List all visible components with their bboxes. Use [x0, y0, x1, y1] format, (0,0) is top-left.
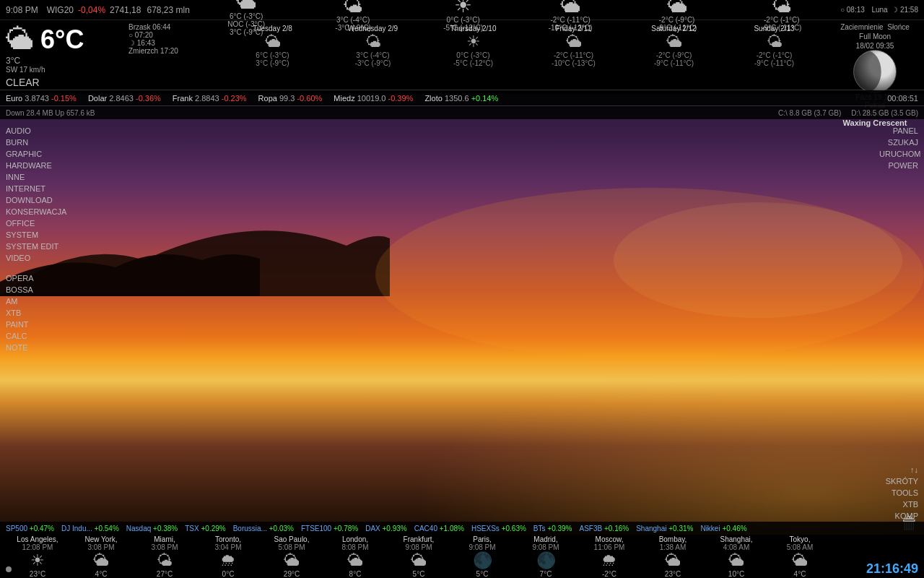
ticker-row: Euro 3.8743 -0.15%Dolar 2.8463 -0.36%Fra… — [0, 90, 924, 106]
zmierzch: Zmierzch 17:20 — [128, 47, 222, 55]
time-display: 9:08 PM — [6, 5, 38, 15]
right-menu-item[interactable]: URUCHOM — [873, 148, 924, 160]
city-weather-item: Miami, 3:08 PM 🌤 27°C — [133, 535, 196, 578]
right-menu-bottom-item[interactable]: XTB — [873, 499, 924, 510]
ticker-item: Euro 3.8743 -0.15% — [6, 94, 77, 103]
city-weather-item: London, 8:08 PM 🌥 8°C — [323, 535, 387, 578]
feels-like: 3°C — [6, 56, 121, 66]
bottom-stock-item: HSEXSs +0.63% — [471, 525, 526, 532]
ticker-item: Dolar 2.8463 -0.36% — [88, 94, 161, 103]
forecast-detail: Saturday 2/12 🌥 -2°C (-9°C) -9°C (-11°C) — [649, 25, 699, 67]
left-menu-item[interactable]: KONSERWACJA — [0, 206, 72, 217]
bottom-stock-item: FTSE100 +0.78% — [301, 525, 358, 532]
sun-set: 16:43 — [137, 39, 155, 47]
bottom-stock-item: DAX +0.93% — [365, 525, 407, 532]
right-menu-bottom-item[interactable]: TOOLS — [873, 487, 924, 499]
current-temp: 6°C — [40, 27, 84, 53]
left-menu-group1: AUDIOBURNGRAPHICHARDWAREINNEINTERNETDOWN… — [0, 125, 72, 264]
left-menu-item[interactable]: AM — [0, 296, 72, 307]
left-menu-item[interactable]: AUDIO — [0, 125, 72, 137]
current-weather: 🌥 6°C 3°C SW 17 km/h CLEAR — [6, 23, 121, 88]
left-menu-item[interactable]: INTERNET — [0, 183, 72, 194]
moon-graphic — [853, 50, 897, 93]
ticker-item: Zloto 1350.6 +0.14% — [424, 94, 498, 103]
right-menu-bottom-item[interactable]: ↑↓ — [873, 464, 924, 475]
bottom-stock-item: BTs +0.39% — [533, 525, 572, 532]
left-menu-item[interactable]: SYSTEM — [0, 229, 72, 241]
forecast-row: Tuesday 2/8 🌥 6°C (-3°C) 3°C (-9°C)Wedne… — [222, 23, 824, 67]
left-menu-item[interactable]: HARDWARE — [0, 160, 72, 171]
forecast-detail: Friday 2/11 🌥 -2°C (-11°C) -10°C (-13°C) — [549, 25, 599, 67]
bottom-stock-item: TSX +0.29% — [185, 525, 225, 532]
city-lights — [346, 332, 924, 535]
top-bar: 9:08 PM WIG20 -0,04% 2741,18 678,23 mln … — [0, 0, 924, 90]
sysinfo-row: Down 28.4 MB Up 657.6 kB C:\ 8.8 GB (3.7… — [0, 106, 924, 119]
left-menu-item[interactable]: GRAPHIC — [0, 148, 72, 160]
ticker-time: 00:08:51 — [887, 94, 918, 103]
forecast-detail: Tuesday 2/8 🌥 6°C (-3°C) 3°C (-9°C) — [248, 25, 298, 67]
left-menu-item[interactable]: PAINT — [0, 319, 72, 330]
left-menu-item[interactable]: BURN — [0, 137, 72, 148]
left-menu-item[interactable]: VIDEO — [0, 252, 72, 264]
moon-set-time: 21:58 — [900, 6, 918, 14]
city-weather-item: New York, 3:08 PM 🌥 4°C — [69, 535, 133, 578]
waxing-crescent: Waxing Crescent — [832, 118, 918, 127]
left-menu-item[interactable]: OPERA — [0, 272, 72, 284]
brzask: Brzask 06:44 — [128, 23, 222, 31]
left-menu-item[interactable]: DOWNLOAD — [0, 194, 72, 206]
stock-items: SP500 +0.47% DJ Indu... +0.54% Nasdaq +0… — [6, 525, 754, 532]
bottom-stock-item: Shanghai +0.31% — [636, 525, 693, 532]
city-weather-item: Shanghai, 4:08 AM 🌥 10°C — [705, 535, 768, 578]
right-menu-bottom-item[interactable]: SKRÓTY — [873, 475, 924, 487]
ticker-item: Ropa 99.3 -0.60% — [258, 94, 323, 103]
zaciemnienie-label: Zaciemnienie — [840, 23, 883, 31]
left-menu-item[interactable]: CALC — [0, 330, 72, 342]
city-weather-item: Tokyo, 5:08 AM 🌥 4°C — [768, 535, 832, 578]
bottom-dot — [6, 566, 12, 572]
moon-date: 18/02 09:35 — [832, 42, 918, 50]
bottom-weather-bar: Los Angeles, 12:08 PM ☀ 23°CNew York, 3:… — [0, 535, 924, 578]
moon-section: ○ 08:13 Luna ☽ 21:58 — [840, 6, 918, 14]
bottom-stock-item: SP500 +0.47% — [6, 525, 54, 532]
bottom-stock-item: ASF3B +0.16% — [580, 525, 629, 532]
left-menu-item[interactable]: XTB — [0, 307, 72, 319]
bottom-stock-bar: SP500 +0.47% DJ Indu... +0.54% Nasdaq +0… — [0, 522, 924, 535]
left-menu-item[interactable]: NOTE — [0, 342, 72, 353]
network-info: Down 28.4 MB Up 657.6 kB — [6, 109, 778, 117]
drive-info: C:\ 8.8 GB (3.7 GB) D:\ 28.5 GB (3.5 GB) — [778, 109, 918, 117]
left-menu-item[interactable]: INNE — [0, 171, 72, 183]
wig20-val1: 2741,18 — [110, 5, 141, 15]
left-menu-item[interactable]: OFFICE — [0, 217, 72, 229]
wig20-val2: 678,23 mln — [147, 5, 189, 15]
right-sidebar: PANELSZUKAJURUCHOMPOWER — [873, 119, 924, 177]
moon-full-label: Full Moon — [832, 33, 918, 40]
bottom-stock-item: Borussia... +0.03% — [233, 525, 294, 532]
bottom-stock-item: CAC40 +1.08% — [414, 525, 464, 532]
right-menu-item[interactable]: SZUKAJ — [873, 137, 924, 148]
wind: SW 17 km/h — [6, 66, 121, 74]
city-weather-item: Toronto, 3:04 PM 🌨 0°C — [196, 535, 260, 578]
city-weather-item: Bombay, 1:38 AM 🌥 23°C — [641, 535, 705, 578]
left-menu-item[interactable]: BOSSA — [0, 284, 72, 296]
current-icon: 🌥 — [6, 23, 35, 56]
drive-c: C:\ 8.8 GB (3.7 GB) — [778, 109, 841, 117]
condition: CLEAR — [6, 77, 121, 88]
city-weather-item: Moscow, 11:06 PM 🌨 -2°C — [578, 535, 641, 578]
bottom-stock-item: Nikkei +0.46% — [700, 525, 746, 532]
ticker-item: Frank 2.8843 -0.23% — [173, 94, 247, 103]
sun-rise-icon: ○ — [128, 31, 133, 39]
moon-rise-time: 08:13 — [847, 6, 865, 14]
left-menu-item[interactable]: SYSTEM EDIT — [0, 241, 72, 252]
bottom-clock: 21:16:49 — [866, 561, 918, 577]
slonce-label: Słońce — [887, 23, 910, 31]
right-menu-item[interactable]: POWER — [873, 160, 924, 171]
bottom-stock-item: DJ Indu... +0.54% — [61, 525, 119, 532]
forecast-detail: Thursday 2/10 ☀ 0°C (-3°C) -5°C (-12°C) — [448, 25, 499, 67]
svg-point-1 — [614, 202, 902, 318]
city-items: Los Angeles, 12:08 PM ☀ 23°CNew York, 3:… — [6, 535, 918, 578]
sun-rise: 07:20 — [135, 31, 153, 39]
right-menu-group1: PANELSZUKAJURUCHOMPOWER — [873, 125, 924, 171]
bottom-stock-item: Nasdaq +0.38% — [126, 525, 178, 532]
ticker-items: Euro 3.8743 -0.15%Dolar 2.8463 -0.36%Fra… — [6, 94, 887, 103]
left-menu-group2: OPERABOSSAAMXTBPAINTCALCNOTE — [0, 272, 72, 353]
